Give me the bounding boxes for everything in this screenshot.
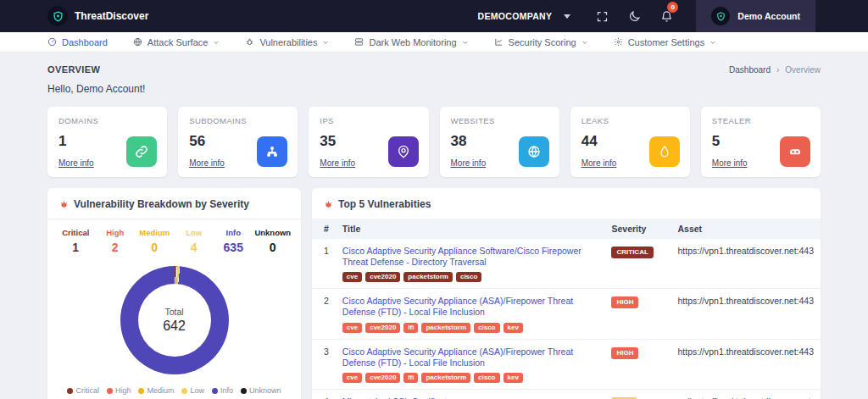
domains-more-info-link[interactable]: More info (58, 158, 94, 168)
subdomains-more-info-link[interactable]: More info (189, 158, 225, 168)
donut-total-value: 642 (163, 319, 186, 334)
bug-icon (324, 200, 333, 209)
bug-icon (59, 200, 69, 209)
bug-icon (245, 37, 254, 47)
severity-stat-medium: Medium 0 (135, 228, 175, 254)
severity-stats: Critical 1 High 2 Medium 0 Low 4 Info (47, 219, 301, 258)
severity-badge: HIGH (611, 296, 638, 308)
chevron-down-icon (322, 39, 329, 46)
donut-total-label: Total (164, 307, 183, 317)
breadcrumb-dashboard[interactable]: Dashboard (729, 65, 771, 75)
page-title: OVERVIEW (47, 64, 100, 75)
breadcrumb-current: Overview (785, 65, 821, 75)
stat-card-stealer: STEALER 5 More info (701, 107, 821, 177)
severity-stat-high: High 2 (96, 228, 136, 254)
asset-cell: https://vpn1.threatdiscover.net:443 (670, 239, 821, 289)
chevron-down-icon (213, 39, 220, 46)
threatdiscover-logo-icon (47, 6, 68, 26)
breadcrumb: Dashboard › Overview (729, 65, 821, 75)
severity-donut-chart[interactable]: Total 642 (120, 266, 229, 374)
asset-cell: https://vpn1.threatdiscover.net:443 (670, 289, 821, 339)
breadcrumb-separator: › (776, 65, 779, 75)
avatar (711, 7, 730, 25)
nav-item-dark-web-monitoring[interactable]: Dark Web Monitoring (354, 37, 468, 47)
table-row: 2 Cisco Adaptive Security Appliance (ASA… (312, 289, 821, 339)
chart-legend: Critical High Medium Low Info Unknown (47, 374, 301, 399)
nav-item-dashboard[interactable]: Dashboard (47, 37, 108, 47)
severity-badge: HIGH (611, 347, 638, 359)
nav-item-customer-settings[interactable]: Customer Settings (614, 37, 716, 47)
map-pin-icon (388, 136, 419, 167)
chevron-down-icon (709, 39, 716, 46)
severity-stat-critical: Critical 1 (56, 228, 96, 254)
ips-more-info-link[interactable]: More info (320, 158, 355, 168)
gear-icon (614, 37, 623, 47)
severity-breakdown-panel: Vulnerability Breakdown by Severity Crit… (47, 188, 301, 399)
vulnerability-link[interactable]: Cisco Adaptive Security Appliance (ASA)/… (342, 346, 598, 369)
vulnerabilities-table: # Title Severity Asset 1 Cisco Adaptive … (312, 219, 821, 399)
chevron-down-icon (581, 39, 588, 46)
tag-list: cve cve2020 lfi packetstorm cisco kev (342, 323, 598, 333)
main-nav: Dashboard Attack Surface Vulnerabilities… (0, 32, 868, 53)
table-header-row: # Title Severity Asset (312, 219, 821, 239)
table-row: 4 Mismatched SSL Certificate ssl LOW onl… (312, 389, 821, 399)
legend-item-info[interactable]: Info (212, 386, 233, 395)
severity-badge: CRITICAL (611, 247, 653, 258)
company-name: DEMOCOMPANY (478, 11, 553, 21)
legend-item-unknown[interactable]: Unknown (241, 386, 281, 395)
legend-item-high[interactable]: High (107, 386, 131, 395)
greeting-text: Hello, Demo Account! (47, 83, 821, 95)
topbar: ThreatDiscover DEMOCOMPANY 0 Demo Accoun… (0, 0, 868, 32)
asset-cell: onlinetreffpunkt.threatdiscover.net (670, 389, 821, 399)
legend-item-medium[interactable]: Medium (138, 386, 174, 395)
globe-icon (519, 136, 549, 167)
severity-stat-unknown: Unknown 0 (253, 228, 293, 254)
table-row: 3 Cisco Adaptive Security Appliance (ASA… (312, 339, 821, 389)
notification-badge: 0 (667, 2, 678, 13)
brand[interactable]: ThreatDiscover (47, 6, 148, 26)
globe-icon (133, 37, 142, 47)
chevron-down-icon (564, 14, 570, 19)
stat-card-domains: DOMAINS 1 More info (47, 107, 167, 177)
chevron-down-icon (462, 39, 469, 46)
mask-icon (780, 136, 810, 167)
chart-icon (494, 37, 504, 47)
stat-card-websites: WEBSITES 38 More info (440, 107, 559, 177)
top-vulnerabilities-panel: Top 5 Vulnerabities # Title Severity Ass… (312, 188, 821, 399)
link-icon (126, 136, 157, 167)
websites-more-info-link[interactable]: More info (451, 158, 487, 168)
severity-panel-title: Vulnerability Breakdown by Severity (74, 198, 249, 210)
notifications-button[interactable]: 0 (654, 3, 679, 29)
fullscreen-button[interactable] (589, 3, 615, 29)
stat-cards-row: DOMAINS 1 More info SUBDOMAINS 56 More i… (47, 107, 821, 177)
vuln-panel-title: Top 5 Vulnerabities (338, 198, 431, 210)
dark-mode-toggle[interactable] (621, 3, 647, 29)
severity-stat-info: Info 635 (214, 228, 253, 254)
brand-name: ThreatDiscover (75, 10, 148, 22)
stat-card-ips: IPS 35 More info (309, 107, 428, 177)
tag-list: cve cve2020 lfi packetstorm cisco kev (342, 373, 598, 383)
nav-item-attack-surface[interactable]: Attack Surface (133, 37, 220, 47)
tag-list: cve cve2020 packetstorm cisco (342, 272, 598, 282)
table-row: 1 Cisco Adaptive Security Appliance Soft… (312, 239, 821, 289)
company-selector[interactable]: DEMOCOMPANY (478, 11, 571, 21)
stealer-more-info-link[interactable]: More info (712, 158, 748, 168)
server-icon (354, 37, 364, 47)
legend-item-critical[interactable]: Critical (67, 386, 99, 395)
severity-stat-low: Low 4 (175, 228, 214, 254)
account-menu[interactable]: Demo Account (696, 0, 815, 32)
leaks-more-info-link[interactable]: More info (581, 158, 617, 168)
legend-item-low[interactable]: Low (181, 386, 204, 395)
nav-item-vulnerabilities[interactable]: Vulnerabilities (245, 37, 329, 47)
account-name: Demo Account (737, 11, 800, 21)
vulnerability-link[interactable]: Cisco Adaptive Security Appliance (ASA)/… (342, 296, 598, 318)
asset-cell: https://vpn1.threatdiscover.net:443 (670, 339, 821, 389)
stat-card-subdomains: SUBDOMAINS 56 More info (178, 107, 298, 177)
sitemap-icon (257, 136, 287, 167)
gauge-icon (47, 37, 57, 47)
stat-card-leaks: LEAKS 44 More info (570, 107, 690, 177)
droplet-icon (649, 136, 680, 167)
vulnerability-link[interactable]: Cisco Adaptive Security Appliance Softwa… (342, 246, 598, 268)
nav-item-security-scoring[interactable]: Security Scoring (494, 37, 588, 47)
